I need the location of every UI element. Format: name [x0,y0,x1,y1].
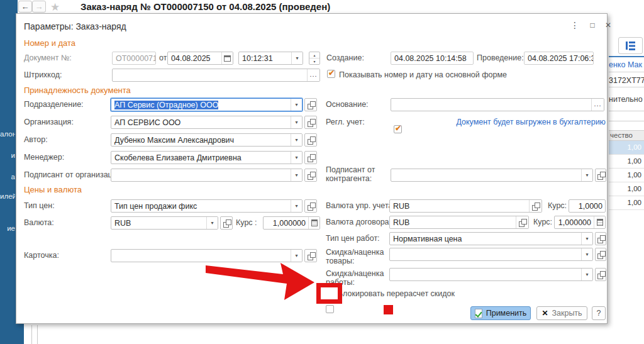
open-item-button[interactable] [304,151,317,164]
open-icon [308,203,314,209]
open-item-button[interactable] [595,169,606,182]
work-price-type-field[interactable]: Нормативная цена ▾ [389,232,593,245]
quantity-column-header[interactable]: чество [609,130,644,141]
calculator-icon[interactable] [594,216,605,228]
chevron-down-icon[interactable]: ▾ [581,169,592,181]
calculator-icon[interactable] [308,217,319,229]
page-title: Заказ-наряд № ОТ000007150 от 04.08.2025 … [80,1,330,12]
block-recalc-checkbox[interactable] [326,305,334,313]
barcode-field[interactable]: ... [112,69,320,82]
discount-works-field[interactable]: ▾ [389,268,593,281]
apply-icon [475,309,482,318]
open-item-button[interactable] [304,169,317,182]
sidebar-item[interactable]: илей [0,192,15,200]
close-icon[interactable]: ✕ [603,20,613,30]
chevron-down-icon[interactable]: ▾ [581,233,592,245]
accounting-export-link[interactable]: Документ будет выгружен в бухгалтерию [444,118,606,126]
open-icon [597,172,604,179]
sections-sidebar[interactable] [0,0,18,344]
help-button[interactable]: ? [592,306,606,320]
barcode-label: Штрихкод: [24,70,62,79]
chevron-down-icon[interactable]: ▾ [206,217,218,229]
created-label: Создание: [326,53,364,62]
organization-field[interactable]: АП СЕРВИС ООО ▾ [111,116,303,129]
table-row[interactable]: 1,00 [609,169,644,182]
rate3-field[interactable]: 1,000000 [554,216,606,229]
table-row[interactable]: 1,00 [609,182,644,196]
created-field[interactable]: 04.08.2025 10:14:58 [391,52,474,65]
basis-field[interactable]: ... [391,98,604,111]
sections-sidebar-bottom [0,324,24,344]
chevron-down-icon[interactable]: ▾ [291,134,302,146]
open-icon [308,154,314,161]
apply-button[interactable]: Применить [470,306,531,320]
table-row[interactable]: 1,00 [609,141,644,155]
chevron-down-icon[interactable]: ▾ [291,200,302,212]
more-menu-icon[interactable]: ⋮ [570,20,580,30]
sidebar-item[interactable]: алона [0,130,15,138]
close-button[interactable]: ✕ Закрыть [536,306,587,320]
ellipsis-icon[interactable]: ... [591,99,604,111]
cp-signer-field[interactable]: ▾ [391,169,593,182]
chevron-down-icon[interactable]: ▾ [291,116,302,128]
dialog-title: Параметры: Заказ-наряд [24,21,126,31]
forward-button[interactable]: → [32,1,46,13]
posted-field[interactable]: 04.08.2025 17:06:38 [524,52,594,65]
chevron-down-icon[interactable]: ▾ [581,248,592,260]
price-type-field[interactable]: Тип цен продажи фикс ▾ [111,199,303,213]
doc-number-field[interactable]: ОТ00000715( [112,52,156,65]
open-item-button[interactable] [304,199,317,213]
favorite-star-icon[interactable]: ★ [50,1,60,14]
open-icon [308,101,314,108]
tab-fragment[interactable]: нительно [609,95,643,104]
time-spinner[interactable]: ▴▾ [309,52,320,65]
open-item-button[interactable] [595,268,606,281]
manager-link-fragment[interactable]: енко Мак [609,60,642,69]
manager-field[interactable]: Скобелева Елизавета Дмитриевна ▾ [111,151,303,164]
open-icon[interactable] [516,216,528,228]
chevron-down-icon[interactable]: ▾ [581,269,592,280]
rate1-field[interactable]: 1,000000 [263,216,320,230]
org-signer-field[interactable]: ▾ [111,169,303,182]
division-label: Подразделение: [24,100,84,109]
division-field[interactable]: АП Сервис (Отрадное) ООО ▾ [111,98,303,111]
open-item-button[interactable] [220,216,233,230]
chevron-down-icon[interactable]: ▾ [291,152,302,164]
back-button[interactable]: ← [18,1,32,13]
mgmt-currency-field[interactable]: RUB [389,199,542,213]
date-field[interactable]: 04.08.2025 [167,52,233,65]
time-field[interactable]: 10:12:31 ▾ [238,52,303,65]
chevron-down-icon[interactable]: ▾ [291,52,303,64]
open-item-button[interactable] [304,133,317,147]
chevron-down-icon[interactable]: ▾ [291,169,302,181]
open-item-button[interactable] [304,116,317,129]
screen: ← → ★ Заказ-наряд № ОТ000007150 от 04.08… [0,0,644,344]
tree-icon [625,41,636,51]
sidebar-item[interactable]: и [0,152,15,159]
background-input[interactable] [609,111,644,121]
table-row[interactable]: 1,00 [609,155,644,169]
structure-tree-button[interactable] [618,37,643,54]
maximize-icon[interactable]: □ [587,20,597,30]
table-row[interactable]: 1,00 [609,196,644,210]
currency-field[interactable]: RUB ▾ [111,216,218,230]
calendar-icon[interactable] [221,52,233,64]
sidebar-item[interactable]: ие [0,225,15,232]
open-icon [308,252,314,259]
rate2-field[interactable]: 1,0000 [569,199,606,213]
open-item-button[interactable] [304,98,317,111]
show-number-checkbox[interactable] [327,70,335,78]
author-label: Автор: [24,135,48,144]
spin-up-icon: ▴ [309,52,319,58]
regl-checkbox[interactable] [394,125,402,133]
open-item-button[interactable] [595,232,606,245]
sidebar-item[interactable]: а [0,173,15,180]
open-icon[interactable] [529,200,541,212]
chevron-down-icon[interactable]: ▾ [291,99,302,111]
discount-goods-field[interactable]: ▾ [389,248,593,261]
author-field[interactable]: Дубенко Максим Александрович ▾ [111,133,303,147]
open-item-button[interactable] [595,248,606,261]
open-icon [597,235,604,242]
ellipsis-icon[interactable]: ... [307,69,319,81]
contract-currency-field[interactable]: RUB [389,216,529,229]
